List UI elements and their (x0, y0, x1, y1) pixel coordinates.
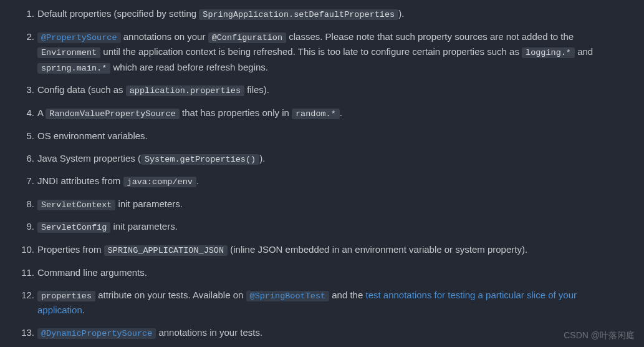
code-span: @Configuration (208, 32, 286, 43)
text-span: init parameters. (110, 221, 178, 232)
code-span: Environment (37, 47, 100, 58)
list-item: OS environment variables. (37, 129, 625, 144)
code-span: spring.main.* (37, 63, 110, 74)
code-span: application.properties (126, 86, 244, 96)
list-item: @DynamicPropertySource annotations in yo… (37, 325, 625, 341)
doc-link[interactable]: @DynamicPropertySource (37, 327, 156, 338)
text-span: and the (329, 290, 365, 300)
text-span: JNDI attributes from (37, 175, 123, 186)
property-source-list: Default properties (specified by setting… (0, 6, 644, 347)
text-span: annotations in your tests. (156, 327, 262, 338)
text-span: annotations on your (121, 31, 208, 42)
code-span: @SpringBootTest (246, 291, 330, 301)
text-span: A (37, 107, 46, 118)
text-span: Properties from (37, 244, 104, 255)
text-span: init parameters. (115, 198, 183, 209)
code-span: ServletConfig (37, 222, 110, 233)
code-span: ServletContext (37, 200, 115, 210)
text-span: Default properties (specified by setting (37, 8, 199, 19)
list-item: Default properties (specified by setting… (37, 6, 625, 22)
code-span: SPRING_APPLICATION_JSON (104, 245, 228, 256)
code-span: properties (37, 291, 95, 301)
text-span: ). (259, 153, 265, 164)
code-span: java:comp/env (123, 177, 196, 187)
text-span: that has properties only in (180, 107, 292, 118)
code-span: @PropertySource (37, 32, 121, 43)
code-span: System.getProperties() (141, 154, 259, 165)
text-span: . (196, 175, 199, 186)
list-item: Properties from SPRING_APPLICATION_JSON … (37, 242, 625, 258)
list-item: properties attribute on your tests. Avai… (37, 288, 625, 318)
text-span: and (575, 46, 593, 57)
text-span: . (340, 107, 342, 118)
doc-link[interactable]: @PropertySource (37, 31, 121, 42)
list-item: @PropertySource annotations on your @Con… (37, 29, 625, 76)
code-span: @DynamicPropertySource (37, 328, 156, 339)
text-span: . (82, 305, 85, 315)
text-span: until the application context is being r… (100, 46, 522, 57)
text-span: Config data (such as (37, 84, 126, 95)
list-item: Java System properties (System.getProper… (37, 151, 625, 167)
text-span: OS environment variables. (37, 130, 148, 141)
text-span: (inline JSON embedded in an environment … (228, 244, 527, 255)
text-span: files). (244, 84, 269, 95)
list-item: Command line arguments. (37, 265, 625, 280)
doc-link[interactable]: @SpringBootTest (246, 290, 330, 300)
text-span: classes. Please note that such property … (286, 31, 574, 42)
watermark: CSDN @叶落闲庭 (564, 328, 635, 342)
list-item: A RandomValuePropertySource that has pro… (37, 105, 625, 121)
code-span: SpringApplication.setDefaultProperties (199, 9, 398, 20)
text-span: Command line arguments. (37, 267, 147, 278)
code-span: logging.* (522, 47, 575, 58)
code-span: RandomValuePropertySource (46, 109, 180, 119)
text-span: attribute on your tests. Available on (95, 290, 246, 300)
list-item: ServletConfig init parameters. (37, 219, 625, 235)
text-span: Java System properties ( (37, 153, 141, 164)
list-item: JNDI attributes from java:comp/env. (37, 174, 625, 189)
list-item: Config data (such as application.propert… (37, 82, 625, 98)
text-span: which are read before refresh begins. (110, 62, 268, 72)
code-span: random.* (292, 109, 340, 119)
text-span: ). (398, 8, 404, 19)
list-item: ServletContext init parameters. (37, 197, 625, 212)
